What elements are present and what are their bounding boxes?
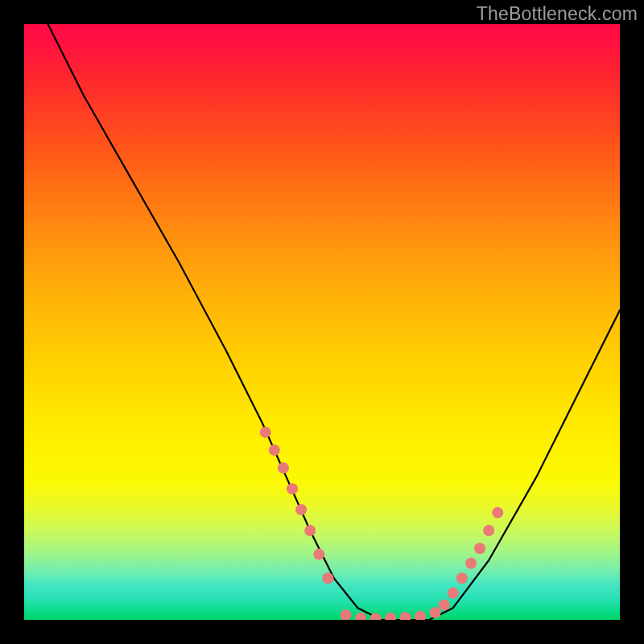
- watermark-text: TheBottleneck.com: [477, 3, 638, 25]
- heat-gradient-background: [24, 24, 620, 620]
- plot-area: [24, 24, 620, 620]
- chart-frame: [24, 24, 620, 620]
